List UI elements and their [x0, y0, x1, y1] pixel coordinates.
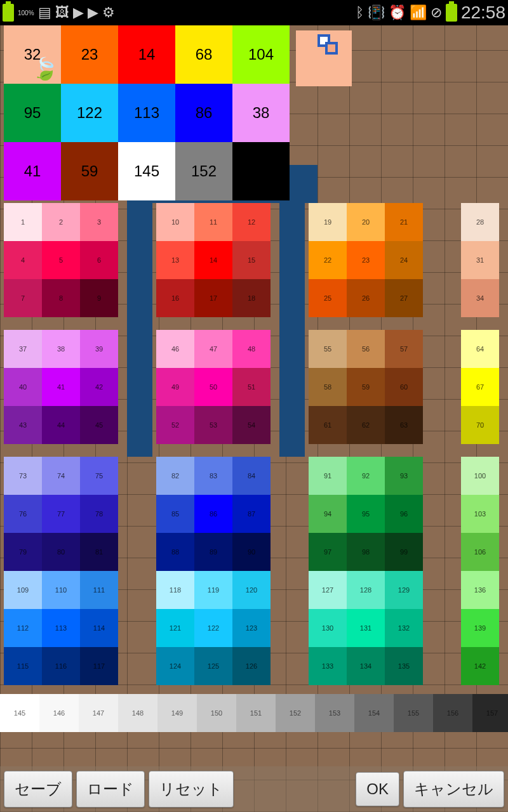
swatch[interactable]: 59: [347, 368, 385, 406]
swatch[interactable]: 134: [347, 647, 385, 685]
swatch[interactable]: 132: [385, 609, 423, 647]
swatch[interactable]: 9: [80, 279, 118, 317]
swatch[interactable]: 70: [461, 406, 499, 444]
top-swatch[interactable]: 14: [118, 25, 175, 84]
swatch[interactable]: 90: [232, 533, 271, 571]
swatch[interactable]: 76: [4, 495, 42, 533]
swatch[interactable]: 95: [347, 495, 385, 533]
swatch[interactable]: 10: [156, 203, 194, 241]
swatch[interactable]: 26: [347, 279, 385, 317]
swatch[interactable]: 38: [42, 330, 80, 368]
swatch[interactable]: 18: [232, 279, 271, 317]
swatch[interactable]: 13: [156, 241, 194, 279]
top-swatch[interactable]: 59: [61, 142, 118, 200]
gray-swatch[interactable]: 145: [0, 694, 39, 732]
swatch[interactable]: 97: [309, 533, 347, 571]
cancel-button[interactable]: キャンセル: [403, 771, 504, 808]
top-swatch[interactable]: 152: [175, 142, 232, 200]
swatch[interactable]: 3: [80, 203, 118, 241]
swatch[interactable]: 50: [194, 368, 232, 406]
swatch[interactable]: 84: [232, 457, 271, 495]
swatch[interactable]: 78: [80, 495, 118, 533]
swatch[interactable]: 48: [232, 330, 271, 368]
swatch[interactable]: 94: [309, 495, 347, 533]
gray-swatch[interactable]: 154: [354, 694, 394, 732]
swatch[interactable]: 16: [156, 279, 194, 317]
swatch[interactable]: 6: [80, 241, 118, 279]
swatch[interactable]: 49: [156, 368, 194, 406]
swatch[interactable]: 128: [347, 571, 385, 609]
swatch[interactable]: 139: [461, 609, 499, 647]
swatch[interactable]: 73: [4, 457, 42, 495]
swatch[interactable]: 62: [347, 406, 385, 444]
swatch[interactable]: 7: [4, 279, 42, 317]
swatch[interactable]: 123: [232, 609, 271, 647]
swatch[interactable]: 28: [461, 203, 499, 241]
swatch[interactable]: 106: [461, 533, 499, 571]
swatch[interactable]: 91: [309, 457, 347, 495]
gray-swatch[interactable]: 146: [39, 694, 79, 732]
top-swatch[interactable]: 41: [4, 142, 61, 200]
swatch[interactable]: 47: [194, 330, 232, 368]
swatch[interactable]: 17: [194, 279, 232, 317]
swatch[interactable]: 53: [194, 406, 232, 444]
swatch[interactable]: 116: [42, 647, 80, 685]
swatch[interactable]: 37: [4, 330, 42, 368]
swatch[interactable]: 57: [385, 330, 423, 368]
swatch[interactable]: 109: [4, 571, 42, 609]
swatch[interactable]: 25: [309, 279, 347, 317]
swatch[interactable]: 92: [347, 457, 385, 495]
swatch[interactable]: 8: [42, 279, 80, 317]
top-swatch[interactable]: 113: [118, 84, 175, 142]
swatch[interactable]: 87: [232, 495, 271, 533]
swatch[interactable]: 85: [156, 495, 194, 533]
swatch[interactable]: 43: [4, 406, 42, 444]
swatch[interactable]: 110: [42, 571, 80, 609]
swatch[interactable]: 82: [156, 457, 194, 495]
swatch[interactable]: 51: [232, 368, 271, 406]
swatch[interactable]: 58: [309, 368, 347, 406]
load-button[interactable]: ロード: [76, 771, 145, 808]
swatch[interactable]: 22: [309, 241, 347, 279]
ok-button[interactable]: OK: [356, 772, 399, 806]
top-swatch[interactable]: 104: [232, 25, 290, 84]
gray-swatch[interactable]: 152: [276, 694, 315, 732]
swatch[interactable]: 117: [80, 647, 118, 685]
swatch[interactable]: 130: [309, 609, 347, 647]
swatch[interactable]: 20: [347, 203, 385, 241]
swatch[interactable]: 1: [4, 203, 42, 241]
swatch[interactable]: 142: [461, 647, 499, 685]
swatch[interactable]: 121: [156, 609, 194, 647]
gray-swatch[interactable]: 150: [197, 694, 236, 732]
swatch[interactable]: 127: [309, 571, 347, 609]
swatch[interactable]: 55: [309, 330, 347, 368]
top-swatch[interactable]: 68: [175, 25, 232, 84]
swatch[interactable]: 12: [232, 203, 271, 241]
top-swatch[interactable]: 23: [61, 25, 118, 84]
swatch[interactable]: 39: [80, 330, 118, 368]
swatch[interactable]: 77: [42, 495, 80, 533]
top-swatch[interactable]: 95: [4, 84, 61, 142]
swatch[interactable]: 99: [385, 533, 423, 571]
swatch[interactable]: 27: [385, 279, 423, 317]
top-swatch[interactable]: [232, 142, 290, 200]
swatch[interactable]: 79: [4, 533, 42, 571]
swatch[interactable]: 112: [4, 609, 42, 647]
swatch[interactable]: 89: [194, 533, 232, 571]
swatch[interactable]: 88: [156, 533, 194, 571]
gray-swatch[interactable]: 147: [79, 694, 118, 732]
swatch[interactable]: 126: [232, 647, 271, 685]
swatch[interactable]: 103: [461, 495, 499, 533]
swatch[interactable]: 93: [385, 457, 423, 495]
swatch[interactable]: 115: [4, 647, 42, 685]
swatch[interactable]: 118: [156, 571, 194, 609]
top-swatch[interactable]: 38: [232, 84, 290, 142]
swatch[interactable]: 31: [461, 241, 499, 279]
swatch[interactable]: 23: [347, 241, 385, 279]
swatch[interactable]: 61: [309, 406, 347, 444]
swatch[interactable]: 124: [156, 647, 194, 685]
swatch[interactable]: 113: [42, 609, 80, 647]
swatch[interactable]: 63: [385, 406, 423, 444]
gray-swatch[interactable]: 157: [472, 694, 508, 732]
swatch[interactable]: 11: [194, 203, 232, 241]
